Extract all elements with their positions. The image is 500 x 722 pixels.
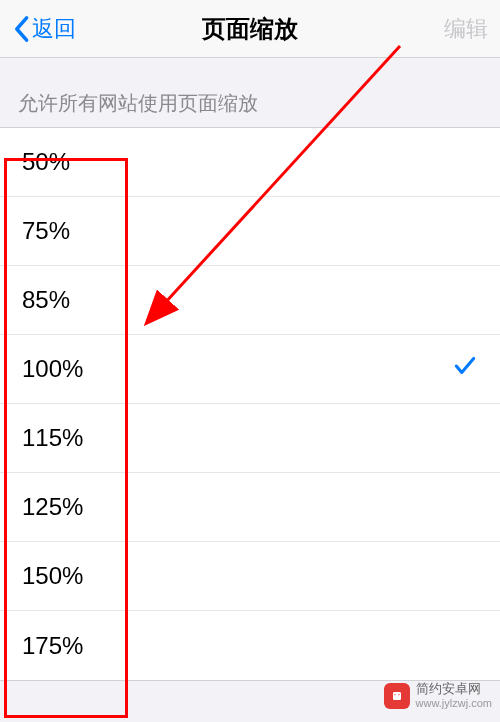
nav-header: 返回 页面缩放 编辑 — [0, 0, 500, 58]
zoom-option-label: 125% — [22, 493, 83, 521]
checkmark-icon — [452, 353, 478, 385]
page-title: 页面缩放 — [202, 13, 298, 45]
zoom-option-label: 85% — [22, 286, 70, 314]
svg-point-2 — [394, 694, 395, 695]
svg-point-3 — [398, 694, 399, 695]
zoom-option[interactable]: 150% — [0, 542, 500, 611]
zoom-option[interactable]: 175% — [0, 611, 500, 680]
zoom-option-label: 100% — [22, 355, 83, 383]
zoom-option-label: 75% — [22, 217, 70, 245]
zoom-option[interactable]: 75% — [0, 197, 500, 266]
edit-button[interactable]: 编辑 — [444, 14, 488, 44]
back-button[interactable]: 返回 — [12, 14, 76, 44]
zoom-option[interactable]: 85% — [0, 266, 500, 335]
android-icon — [384, 683, 410, 709]
zoom-option-label: 115% — [22, 424, 83, 452]
zoom-option[interactable]: 100% — [0, 335, 500, 404]
zoom-option[interactable]: 50% — [0, 128, 500, 197]
watermark-name: 简约安卓网 — [416, 681, 492, 697]
zoom-option[interactable]: 125% — [0, 473, 500, 542]
watermark-url: www.jylzwj.com — [416, 697, 492, 710]
zoom-option-label: 175% — [22, 632, 83, 660]
zoom-option[interactable]: 115% — [0, 404, 500, 473]
chevron-left-icon — [12, 15, 30, 43]
zoom-option-label: 150% — [22, 562, 83, 590]
zoom-options-list: 50%75%85%100%115%125%150%175% — [0, 127, 500, 681]
back-label: 返回 — [32, 14, 76, 44]
watermark: 简约安卓网 www.jylzwj.com — [384, 681, 492, 710]
section-header: 允许所有网站使用页面缩放 — [0, 58, 500, 127]
zoom-option-label: 50% — [22, 148, 70, 176]
